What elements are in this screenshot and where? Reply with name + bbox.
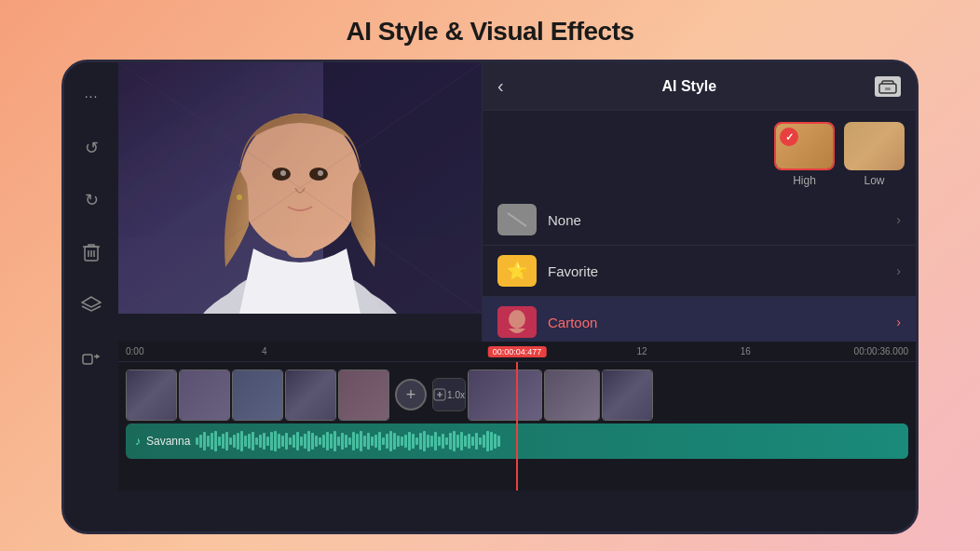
track-clip[interactable] [602,370,653,421]
svg-rect-4 [83,355,92,364]
video-preview [118,62,482,314]
time-start: 0:00 [126,346,143,356]
audio-waveform [196,430,899,452]
svg-point-23 [509,310,525,329]
time-current: 00:00:04:477 [488,346,547,357]
video-area: ‹ AI Style ✓ [118,62,916,342]
track-clip[interactable] [232,370,283,421]
menu-favorite-label: Favorite [548,263,896,279]
style-menu-list: None › ⭐ Favorite › [483,195,916,342]
timeline-ruler: 0:00 4 00:00:04:477 12 16 00:00:36.000 [118,342,916,362]
track-clip[interactable] [468,370,542,421]
store-icon[interactable] [875,76,901,97]
cartoon-icon [497,306,537,338]
favorite-icon: ⭐ [497,255,537,287]
cartoon-chevron: › [896,315,901,329]
track-clip[interactable] [179,370,230,421]
timeline-area: 0:00 4 00:00:04:477 12 16 00:00:36.000 [118,342,916,491]
music-icon: ♪ [135,435,141,448]
menu-item-none[interactable]: None › [483,195,916,246]
redo-icon[interactable]: ↻ [76,185,106,215]
quality-low-label: Low [864,174,884,187]
quality-low[interactable]: Low [844,122,905,187]
quality-options-row: ✓ High Low [483,111,916,195]
none-icon [497,204,537,235]
layers-icon[interactable] [76,289,106,319]
track-clip[interactable] [338,370,389,421]
timeline-tracks: + 1.0x ♪ Savanna [118,362,916,491]
quality-high-thumb[interactable]: ✓ [774,122,835,170]
svg-point-10 [239,114,361,253]
speed-badge[interactable]: 1.0x [432,378,466,411]
delete-icon[interactable] [76,237,106,267]
tablet-frame: ··· ↺ ↻ [61,60,919,534]
favorite-chevron: › [896,263,901,278]
more-options-icon[interactable]: ··· [76,81,106,111]
quality-high-label: High [793,174,816,187]
sidebar: ··· ↺ ↻ [64,62,118,531]
none-chevron: › [896,212,901,227]
main-content: ‹ AI Style ✓ [118,62,916,531]
export-icon[interactable] [76,342,106,371]
add-clip-button[interactable]: + [395,379,427,410]
menu-cartoon-label: Cartoon [548,315,896,330]
svg-rect-19 [885,87,891,90]
undo-icon[interactable]: ↺ [76,133,106,163]
panel-header: ‹ AI Style [483,62,916,111]
speed-label: 1.0x [447,390,465,400]
back-button[interactable]: ‹ [497,75,504,97]
selected-check: ✓ [780,128,798,146]
track-clip[interactable] [285,370,336,421]
time-4: 4 [262,346,267,356]
playhead [516,362,518,491]
track-clip[interactable] [544,370,600,421]
menu-item-favorite[interactable]: ⭐ Favorite › [483,246,916,297]
time-12: 12 [636,346,647,356]
time-end: 00:00:36.000 [854,346,908,356]
track-clip[interactable] [126,370,177,421]
time-16: 16 [741,346,751,356]
quality-low-thumb[interactable] [844,122,905,170]
panel-title: AI Style [661,78,716,95]
ai-style-panel: ‹ AI Style ✓ [482,62,916,342]
audio-label: Savanna [146,435,190,448]
menu-item-cartoon[interactable]: Cartoon › [483,297,916,342]
svg-point-15 [237,195,242,200]
menu-none-label: None [548,212,896,228]
video-overlay [118,62,482,314]
page-title: AI Style & Visual Effects [346,17,633,47]
quality-high[interactable]: ✓ High [774,122,835,187]
